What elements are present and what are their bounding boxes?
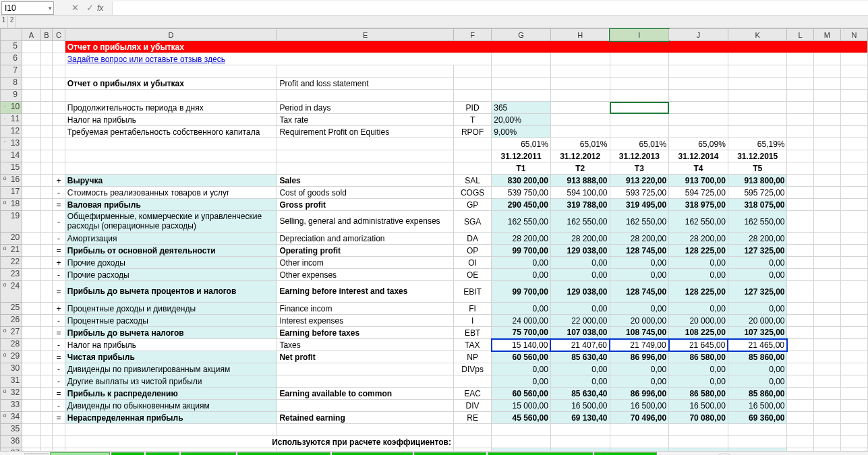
row-header-10[interactable]: .10 [1,102,22,114]
cell[interactable] [840,65,867,78]
cell[interactable] [813,448,840,452]
name-box[interactable]: I10 ▾ [1,1,54,15]
data-cell[interactable]: 70 080,00 [669,412,728,424]
data-cell[interactable]: 0,00 [610,375,669,388]
row-header-25[interactable]: 25 [1,303,22,315]
cell[interactable] [813,327,840,339]
cell[interactable] [787,424,813,436]
data-cell[interactable]: 162 550,00 [728,211,787,233]
data-cell[interactable]: 162 550,00 [610,211,669,233]
data-cell[interactable]: 16 500,00 [610,400,669,412]
row-header-23[interactable]: 23 [1,269,22,281]
cell[interactable] [610,53,669,65]
cell[interactable] [453,65,491,78]
cell[interactable] [40,53,52,65]
cell[interactable] [813,388,840,400]
cell[interactable] [550,90,610,102]
row-header-15[interactable]: 15 [1,162,22,175]
cell[interactable] [840,327,867,339]
cancel-formula-icon[interactable]: ✕ [67,3,82,13]
cell[interactable] [22,199,41,211]
data-cell[interactable]: 0,00 [669,257,728,269]
cell[interactable] [40,114,52,126]
cell[interactable] [277,150,454,162]
outline-cell[interactable] [40,363,52,375]
cell[interactable] [22,78,41,90]
param-value[interactable]: 20,00% [492,114,551,126]
cell[interactable] [277,65,454,78]
data-cell[interactable]: 913 800,00 [728,175,787,187]
cell[interactable] [728,90,787,102]
cell[interactable] [22,65,41,78]
data-cell[interactable]: 129 038,00 [550,245,610,257]
cell[interactable] [840,114,867,126]
row-header-17[interactable]: 17 [1,187,22,199]
cell[interactable] [22,363,41,375]
column-header-F[interactable]: F [453,29,491,41]
cell[interactable] [813,150,840,162]
data-cell[interactable]: 0,00 [610,303,669,315]
grid-area[interactable]: ABCDEFGHIJKLMN5Отчет о прибылях и убытка… [0,28,868,451]
cell[interactable] [840,303,867,315]
cell[interactable] [550,114,610,126]
cell[interactable] [610,436,669,448]
cell[interactable] [40,102,52,114]
cell[interactable] [787,339,813,351]
cell[interactable] [550,126,610,138]
cell[interactable] [22,281,41,303]
cell[interactable] [53,138,65,150]
cell[interactable] [813,245,840,257]
cell[interactable] [787,281,813,303]
coef-value[interactable]: 15 000,00 [492,448,551,452]
cell[interactable] [813,363,840,375]
cell[interactable] [728,424,787,436]
data-cell[interactable]: 16 500,00 [728,400,787,412]
column-header-E[interactable]: E [277,29,454,41]
cell[interactable] [813,114,840,126]
outline-cell[interactable] [40,327,52,339]
column-header-K[interactable]: K [728,29,787,41]
cell[interactable] [840,78,867,90]
cell[interactable] [453,78,491,90]
cell[interactable] [813,315,840,327]
cell[interactable] [840,351,867,363]
confirm-formula-icon[interactable]: ✓ [82,3,97,13]
cell[interactable] [840,211,867,233]
row-header-16[interactable]: o16 [1,175,22,187]
data-cell[interactable]: 69 360,00 [728,412,787,424]
cell[interactable] [787,257,813,269]
cell[interactable] [40,126,52,138]
cell[interactable] [40,436,52,448]
row-header-14[interactable]: 14 [1,150,22,162]
data-cell[interactable]: 0,00 [492,363,551,375]
outline-cell[interactable] [40,412,52,424]
data-cell[interactable]: 60 560,00 [492,351,551,363]
cell[interactable] [813,424,840,436]
cell[interactable] [22,245,41,257]
data-cell[interactable]: 0,00 [550,375,610,388]
cell[interactable] [728,65,787,78]
data-cell[interactable]: 0,00 [728,363,787,375]
coef-value[interactable]: 15 000,00 [728,448,787,452]
cell[interactable] [669,65,728,78]
cell[interactable] [787,245,813,257]
active-cell[interactable] [610,102,669,114]
data-cell[interactable]: 28 200,00 [610,233,669,245]
cell[interactable] [22,436,41,448]
data-cell[interactable]: 0,00 [728,375,787,388]
cell[interactable] [813,339,840,351]
cell[interactable] [40,78,52,90]
cell[interactable] [728,102,787,114]
row-header-35[interactable]: 35 [1,424,22,436]
cell[interactable] [840,339,867,351]
cell[interactable] [787,175,813,187]
coef-value[interactable]: 15 000,00 [669,448,728,452]
data-cell[interactable]: 595 725,00 [728,187,787,199]
data-cell[interactable]: 60 560,00 [492,388,551,400]
cell[interactable] [840,400,867,412]
cell[interactable] [53,162,65,175]
data-cell[interactable]: 107 038,00 [550,327,610,339]
cell[interactable] [53,126,65,138]
column-header-A[interactable]: A [22,29,41,41]
cell[interactable] [610,114,669,126]
